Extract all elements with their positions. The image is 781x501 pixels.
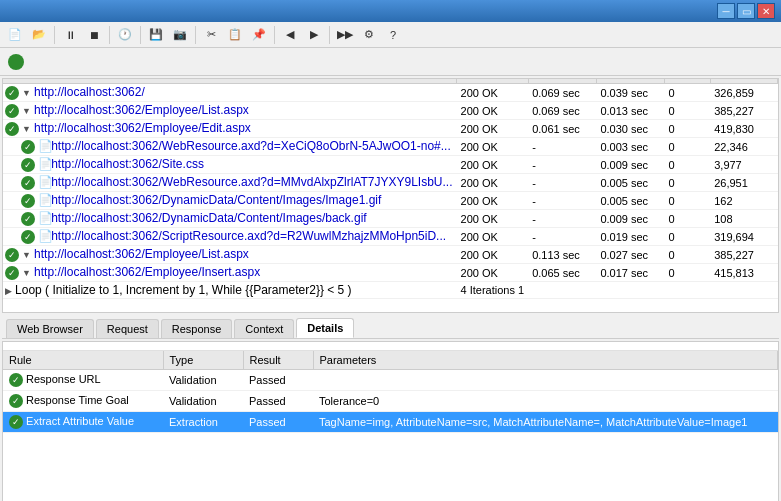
- table-row[interactable]: ✓ 📄 http://localhost:3062/ScriptResource…: [3, 228, 778, 246]
- url-cell[interactable]: ✓ ▼ http://localhost:3062/Employee/Edit.…: [3, 120, 457, 138]
- stop-button[interactable]: ⏹: [83, 25, 105, 45]
- url-cell[interactable]: ✓ ▼ http://localhost:3062/Employee/List.…: [3, 102, 457, 120]
- table-row[interactable]: ✓ ▼ http://localhost:3062/Employee/Inser…: [3, 264, 778, 282]
- expand-icon[interactable]: ▶: [5, 286, 12, 296]
- table-row[interactable]: ✓ 📄 http://localhost:3062/Site.css 200 O…: [3, 156, 778, 174]
- leaf-icon: 📄: [38, 193, 48, 207]
- expand-icon[interactable]: ▼: [22, 106, 31, 116]
- status-cell: 200 OK: [457, 228, 529, 246]
- total-cell: -: [528, 228, 596, 246]
- open-button[interactable]: 📂: [28, 25, 50, 45]
- url-cell[interactable]: ▶ Loop ( Initialize to 1, Increment by 1…: [3, 282, 457, 299]
- url-text: http://localhost:3062/WebResource.axd?d=…: [51, 139, 451, 153]
- rules-row[interactable]: ✓ Response URL Validation Passed: [3, 370, 778, 391]
- rule-params-cell: TagName=img, AttributeName=src, MatchAtt…: [313, 412, 778, 433]
- expand-icon[interactable]: ▼: [22, 268, 31, 278]
- new-button[interactable]: 📄: [4, 25, 26, 45]
- requests-cell: 0.030 sec: [596, 120, 664, 138]
- table-row[interactable]: ✓ 📄 http://localhost:3062/DynamicData/Co…: [3, 210, 778, 228]
- url-cell[interactable]: ✓ ▼ http://localhost:3062/Employee/Inser…: [3, 264, 457, 282]
- requests-cell: 0.039 sec: [596, 84, 664, 102]
- expand-icon[interactable]: ▼: [22, 250, 31, 260]
- rule-status-icon: ✓: [9, 394, 23, 408]
- history-button[interactable]: 🕐: [114, 25, 136, 45]
- close-button[interactable]: ✕: [757, 3, 775, 19]
- status-cell: 200 OK: [457, 120, 529, 138]
- settings-button[interactable]: ⚙: [358, 25, 380, 45]
- sep2: [109, 26, 110, 44]
- copy-button[interactable]: 📋: [224, 25, 246, 45]
- requests-cell: 0.027 sec: [596, 246, 664, 264]
- total-cell: 0.069 sec: [528, 84, 596, 102]
- pause-button[interactable]: ⏸: [59, 25, 81, 45]
- url-cell[interactable]: ✓ 📄 http://localhost:3062/DynamicData/Co…: [3, 210, 457, 228]
- tab-web-browser[interactable]: Web Browser: [6, 319, 94, 338]
- url-cell[interactable]: ✓ 📄 http://localhost:3062/DynamicData/Co…: [3, 192, 457, 210]
- back-button[interactable]: ◀: [279, 25, 301, 45]
- rule-name-cell: ✓ Extract Attribute Value: [3, 412, 163, 433]
- url-cell[interactable]: ✓ 📄 http://localhost:3062/WebResource.ax…: [3, 138, 457, 156]
- url-cell[interactable]: ✓ 📄 http://localhost:3062/WebResource.ax…: [3, 174, 457, 192]
- screenshot-button[interactable]: 📷: [169, 25, 191, 45]
- requests-cell: 0.019 sec: [596, 228, 664, 246]
- total-cell: -: [528, 174, 596, 192]
- tab-details[interactable]: Details: [296, 318, 354, 338]
- requests-cell: [596, 282, 664, 299]
- url-cell[interactable]: ✓ ▼ http://localhost:3062/: [3, 84, 457, 102]
- rules-row[interactable]: ✓ Response Time Goal Validation Passed T…: [3, 391, 778, 412]
- tab-request[interactable]: Request: [96, 319, 159, 338]
- status-cell: 200 OK: [457, 246, 529, 264]
- table-row[interactable]: ✓ ▼ http://localhost:3062/Employee/List.…: [3, 102, 778, 120]
- paste-button[interactable]: 📌: [248, 25, 270, 45]
- table-row[interactable]: ✓ ▼ http://localhost:3062/Employee/List.…: [3, 246, 778, 264]
- leaf-icon: 📄: [38, 229, 48, 243]
- cut-button[interactable]: ✂: [200, 25, 222, 45]
- toolbar: 📄 📂 ⏸ ⏹ 🕐 💾 📷 ✂ 📋 📌 ◀ ▶ ▶▶ ⚙ ?: [0, 22, 781, 48]
- status-cell: 200 OK: [457, 84, 529, 102]
- help-button[interactable]: ?: [382, 25, 404, 45]
- reque-cell: 0: [665, 192, 711, 210]
- reque-cell: 0: [665, 228, 711, 246]
- table-row[interactable]: ✓ ▼ http://localhost:3062/ 200 OK 0.069 …: [3, 84, 778, 102]
- rule-result-cell: Passed: [243, 412, 313, 433]
- tab-context[interactable]: Context: [234, 319, 294, 338]
- forward-button[interactable]: ▶: [303, 25, 325, 45]
- run-button[interactable]: ▶▶: [334, 25, 356, 45]
- reque-cell: 0: [665, 246, 711, 264]
- row-status-icon: ✓: [5, 86, 19, 100]
- requests-cell: 0.009 sec: [596, 210, 664, 228]
- restore-button[interactable]: ▭: [737, 3, 755, 19]
- row-status-icon: ✓: [21, 140, 35, 154]
- url-cell[interactable]: ✓ 📄 http://localhost:3062/Site.css: [3, 156, 457, 174]
- table-row[interactable]: ✓ 📄 http://localhost:3062/DynamicData/Co…: [3, 192, 778, 210]
- reque-cell: 0: [665, 264, 711, 282]
- rule-result-cell: Passed: [243, 391, 313, 412]
- col-type: Type: [163, 351, 243, 370]
- minimize-button[interactable]: ─: [717, 3, 735, 19]
- response-cell: 326,859: [710, 84, 777, 102]
- url-cell[interactable]: ✓ ▼ http://localhost:3062/Employee/List.…: [3, 246, 457, 264]
- row-status-icon: ✓: [21, 176, 35, 190]
- status-cell: 200 OK: [457, 138, 529, 156]
- response-cell: 26,951: [710, 174, 777, 192]
- url-cell[interactable]: ✓ 📄 http://localhost:3062/ScriptResource…: [3, 228, 457, 246]
- leaf-icon: 📄: [38, 175, 48, 189]
- total-cell: 0.069 sec: [528, 102, 596, 120]
- reque-cell: 0: [665, 210, 711, 228]
- url-text: http://localhost:3062/DynamicData/Conten…: [51, 211, 367, 225]
- tab-response[interactable]: Response: [161, 319, 233, 338]
- expand-icon[interactable]: ▼: [22, 124, 31, 134]
- rules-row[interactable]: ✓ Extract Attribute Value Extraction Pas…: [3, 412, 778, 433]
- url-text: Loop ( Initialize to 1, Increment by 1, …: [15, 283, 352, 297]
- table-row[interactable]: ✓ 📄 http://localhost:3062/WebResource.ax…: [3, 174, 778, 192]
- rule-params-cell: [313, 370, 778, 391]
- table-row[interactable]: ✓ 📄 http://localhost:3062/WebResource.ax…: [3, 138, 778, 156]
- response-cell: 162: [710, 192, 777, 210]
- save-button[interactable]: 💾: [145, 25, 167, 45]
- rule-name-cell: ✓ Response Time Goal: [3, 391, 163, 412]
- url-text: http://localhost:3062/WebResource.axd?d=…: [51, 175, 452, 189]
- table-row[interactable]: ✓ ▼ http://localhost:3062/Employee/Edit.…: [3, 120, 778, 138]
- table-row[interactable]: ▶ Loop ( Initialize to 1, Increment by 1…: [3, 282, 778, 299]
- row-status-icon: ✓: [5, 266, 19, 280]
- expand-icon[interactable]: ▼: [22, 88, 31, 98]
